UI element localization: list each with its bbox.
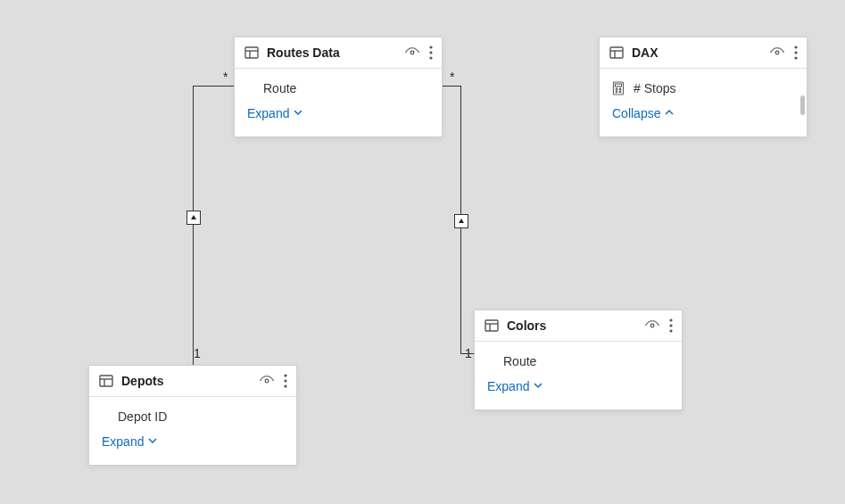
svg-point-8 xyxy=(429,56,432,59)
more-options-icon[interactable] xyxy=(284,374,287,388)
table-card-dax[interactable]: DAX xyxy=(599,37,808,137)
svg-point-33 xyxy=(669,318,672,321)
svg-rect-29 xyxy=(485,320,498,331)
svg-point-35 xyxy=(669,329,672,332)
table-card-body: # Stops Collapse xyxy=(600,69,807,136)
expand-toggle[interactable]: Expand xyxy=(475,374,682,402)
visibility-icon[interactable] xyxy=(769,45,785,61)
expand-label: Expand xyxy=(247,106,289,120)
visibility-icon[interactable] xyxy=(259,373,275,389)
field-label: # Stops xyxy=(634,81,675,95)
chevron-down-icon xyxy=(293,106,303,120)
table-card-routes-data[interactable]: Routes Data Route Expand xyxy=(234,37,443,137)
svg-point-18 xyxy=(616,88,617,90)
table-title: Colors xyxy=(507,318,644,333)
collapse-label: Collapse xyxy=(612,106,660,120)
relationship-line xyxy=(460,86,461,309)
table-icon xyxy=(98,373,114,389)
scrollbar-thumb[interactable] xyxy=(800,95,805,115)
table-card-header[interactable]: DAX xyxy=(600,37,807,69)
svg-point-27 xyxy=(284,379,286,382)
table-card-header[interactable]: Routes Data xyxy=(235,37,442,69)
svg-point-6 xyxy=(429,45,432,48)
chevron-up-icon xyxy=(664,106,675,120)
table-icon xyxy=(609,45,625,61)
table-title: Depots xyxy=(121,374,259,388)
collapse-toggle[interactable]: Collapse xyxy=(600,101,807,129)
table-card-header[interactable]: Depots xyxy=(89,366,296,397)
svg-point-28 xyxy=(284,384,286,387)
svg-point-7 xyxy=(429,51,432,54)
cardinality-many: * xyxy=(223,70,228,84)
visibility-icon[interactable] xyxy=(644,318,660,334)
relationship-line xyxy=(193,86,194,410)
svg-point-26 xyxy=(284,374,286,376)
svg-point-12 xyxy=(775,51,779,54)
table-title: DAX xyxy=(632,45,769,60)
table-icon xyxy=(244,45,260,61)
filter-direction-icon xyxy=(454,214,468,228)
svg-point-5 xyxy=(410,51,414,54)
table-field[interactable]: # Stops xyxy=(600,76,807,101)
svg-point-14 xyxy=(794,51,797,54)
table-field[interactable]: Route xyxy=(235,76,442,101)
visibility-icon[interactable] xyxy=(404,45,420,61)
expand-toggle[interactable]: Expand xyxy=(89,429,296,458)
svg-point-19 xyxy=(619,88,621,90)
svg-point-34 xyxy=(669,324,672,326)
expand-label: Expand xyxy=(102,434,144,449)
more-options-icon[interactable] xyxy=(429,45,433,60)
table-card-colors[interactable]: Colors Route Expand xyxy=(474,310,683,410)
table-card-body: Depot ID Expand xyxy=(89,397,296,465)
chevron-down-icon xyxy=(147,434,158,449)
svg-rect-9 xyxy=(610,47,623,58)
table-card-body: Route Expand xyxy=(235,69,442,136)
expand-toggle[interactable]: Expand xyxy=(235,101,442,129)
svg-point-25 xyxy=(265,379,269,383)
table-field[interactable]: Route xyxy=(475,349,682,374)
cardinality-many: * xyxy=(450,70,454,84)
svg-marker-0 xyxy=(191,215,196,219)
svg-rect-22 xyxy=(100,376,112,386)
cardinality-one: 1 xyxy=(194,346,201,360)
model-view-canvas[interactable]: * 1 * 1 Routes Data xyxy=(0,0,845,504)
svg-rect-2 xyxy=(245,47,258,58)
svg-point-15 xyxy=(794,56,797,59)
table-card-body: Route Expand xyxy=(475,342,682,409)
table-icon xyxy=(484,318,500,334)
svg-point-32 xyxy=(650,324,654,327)
more-options-icon[interactable] xyxy=(669,318,673,333)
relationship-line xyxy=(193,86,234,87)
svg-point-13 xyxy=(794,45,797,48)
filter-direction-icon xyxy=(186,211,201,225)
chevron-down-icon xyxy=(533,379,543,393)
relationship-line xyxy=(460,353,475,354)
svg-rect-17 xyxy=(616,84,622,87)
table-field[interactable]: Depot ID xyxy=(89,404,296,429)
table-card-depots[interactable]: Depots Depot ID Expand xyxy=(88,365,297,466)
svg-point-20 xyxy=(616,91,617,93)
more-options-icon[interactable] xyxy=(794,45,798,60)
relationship-line xyxy=(460,309,461,353)
table-title: Routes Data xyxy=(267,45,404,60)
relationship-line xyxy=(443,86,460,87)
expand-label: Expand xyxy=(487,379,529,393)
svg-point-21 xyxy=(619,91,621,93)
table-card-header[interactable]: Colors xyxy=(475,310,682,342)
measure-icon xyxy=(612,81,625,95)
svg-marker-1 xyxy=(459,219,464,223)
